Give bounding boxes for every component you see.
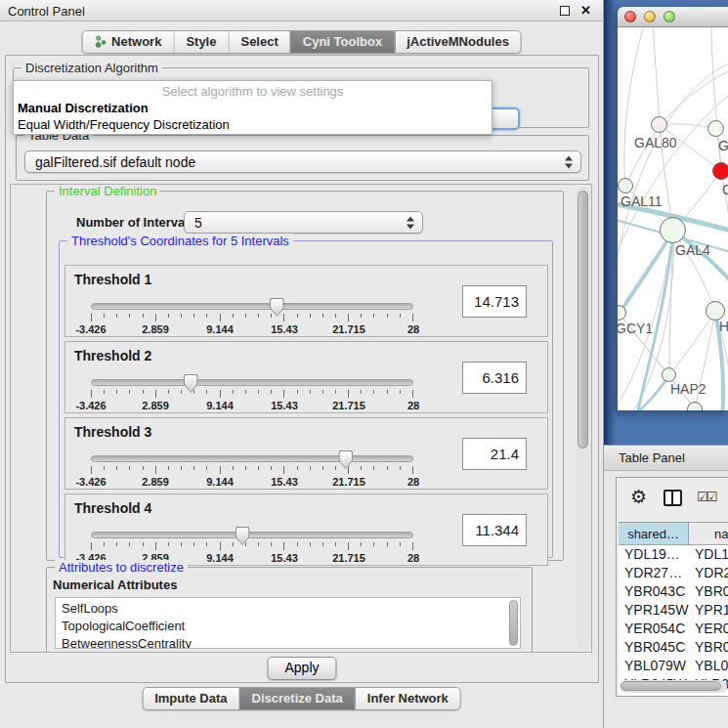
table-row[interactable]: YER054CYER0	[619, 620, 728, 638]
tab-impute-data[interactable]: Impute Data	[143, 688, 238, 709]
cell[interactable]: YBR045C	[619, 638, 689, 657]
control-panel: Control Panel ✕ Network Style Select Cyn…	[0, 0, 604, 728]
tick-label: 9.144	[206, 400, 234, 411]
tab-label: Infer Network	[367, 691, 449, 706]
slider-track[interactable]	[91, 379, 413, 386]
node-gal11[interactable]	[618, 178, 633, 193]
attributes-list[interactable]: SelfLoops TopologicalCoefficient Between…	[55, 597, 521, 649]
table-row[interactable]: YBR045CYBR0	[619, 638, 728, 657]
threshold-value-field[interactable]: 11.344	[462, 514, 527, 546]
cell[interactable]: YPR1	[689, 601, 728, 620]
close-icon[interactable]: ✕	[580, 3, 591, 18]
float-window-icon[interactable]	[560, 6, 570, 16]
vertical-scrollbar[interactable]	[577, 187, 589, 650]
cell[interactable]: YIL0	[689, 694, 728, 696]
threshold-value-field[interactable]: 6.316	[462, 362, 527, 394]
slider-track[interactable]	[91, 455, 413, 462]
cell[interactable]: YBR043C	[619, 582, 689, 601]
tab-jactivemnodules[interactable]: jActiveMNodules	[394, 31, 521, 53]
cell[interactable]: YER054C	[619, 620, 689, 638]
cell[interactable]: YDL1	[689, 545, 728, 564]
columns-icon[interactable]	[664, 490, 682, 506]
tab-label: Network	[111, 34, 161, 49]
slider-thumb[interactable]	[184, 374, 198, 393]
table-row[interactable]: YBR043CYBR0	[619, 582, 728, 601]
node-gal80[interactable]	[651, 116, 667, 133]
table-row[interactable]: YDL19…YDL1	[619, 545, 728, 564]
node-ga[interactable]	[707, 120, 724, 137]
tab-label: Select	[240, 34, 278, 49]
dropdown-option-manual[interactable]: Manual Discretization	[18, 101, 149, 115]
node-h[interactable]	[706, 301, 725, 321]
scrollbar-thumb[interactable]	[621, 681, 721, 691]
slider-thumb[interactable]	[236, 527, 250, 545]
dropdown-option-equal-width[interactable]: Equal Width/Frequency Discretization	[18, 117, 230, 132]
tab-cyni-toolbox[interactable]: Cyni Toolbox	[290, 31, 394, 53]
select-columns-checkboxes-icon[interactable]: ☑☑	[697, 490, 715, 504]
node-label: H	[719, 319, 728, 334]
node-hap2[interactable]	[662, 367, 676, 382]
table-row[interactable]: YDR27…YDR2	[619, 564, 728, 582]
table-row[interactable]: YBL079WYBL0	[619, 657, 728, 675]
tick-label: 28	[407, 400, 419, 411]
node-label: GAL4	[675, 242, 710, 258]
table-row[interactable]: YPR145WYPR1	[619, 601, 728, 620]
threshold-coordinates-group: Threshold's Coordinates for 5 Intervals …	[59, 240, 553, 558]
tab-infer-network[interactable]: Infer Network	[355, 688, 460, 709]
threshold-slider[interactable]: -3.426 2.859 9.144 15.43 21.715 28	[91, 455, 413, 485]
slider-thumb[interactable]	[338, 450, 353, 469]
network-view-window: GAL80 GA C GAL11 GAL4 GCY1 H HAP2	[618, 7, 728, 410]
list-item[interactable]: TopologicalCoefficient	[62, 618, 520, 635]
cell[interactable]: YER0	[689, 620, 728, 638]
minimize-traffic-light-icon[interactable]	[644, 11, 656, 22]
node-gal4[interactable]	[660, 217, 686, 243]
slider-track[interactable]	[91, 532, 413, 538]
cell[interactable]: YDR2	[689, 564, 728, 582]
apply-button[interactable]: Apply	[267, 657, 336, 680]
tick-label: 15.43	[271, 476, 298, 488]
node-red-selected[interactable]	[712, 162, 728, 180]
network-canvas[interactable]: GAL80 GA C GAL11 GAL4 GCY1 H HAP2	[618, 27, 728, 410]
tab-style[interactable]: Style	[173, 31, 228, 53]
threshold-value-field[interactable]: 21.4	[462, 438, 527, 470]
zoom-traffic-light-icon[interactable]	[664, 11, 675, 22]
list-scrollbar[interactable]	[509, 600, 518, 646]
threshold-slider[interactable]: -3.426 2.859 9.144 15.43 21.715 28	[91, 379, 413, 408]
column-header-name[interactable]: na	[689, 523, 728, 544]
tab-discretize-data[interactable]: Discretize Data	[239, 688, 355, 709]
cell[interactable]: YPR145W	[619, 601, 689, 620]
node-bottom-partial[interactable]	[687, 402, 703, 410]
slider-track[interactable]	[91, 303, 413, 310]
cell[interactable]: YDR27…	[619, 564, 689, 582]
cell[interactable]: YIL052C	[619, 694, 689, 696]
tab-network[interactable]: Network	[82, 31, 173, 53]
settings-scrollpane: Interval Definition Number of Intervals …	[10, 184, 592, 653]
control-panel-tabs: Network Style Select Cyni Toolbox jActiv…	[81, 30, 522, 54]
tick-label: 28	[407, 323, 419, 335]
list-item[interactable]: SelfLoops	[62, 600, 520, 618]
slider-thumb[interactable]	[270, 298, 284, 317]
tick-label: 15.43	[271, 400, 298, 411]
close-traffic-light-icon[interactable]	[624, 11, 636, 22]
scrollbar-thumb[interactable]	[578, 191, 588, 449]
gear-icon[interactable]: ⚙	[630, 486, 647, 508]
table-data-combo[interactable]: galFiltered.sif default node	[24, 150, 581, 173]
updown-arrows-icon	[407, 216, 414, 229]
num-intervals-spinner[interactable]: 5	[184, 211, 423, 234]
cell[interactable]: YBR0	[689, 638, 728, 657]
column-header-shared-name[interactable]: shared…	[619, 523, 689, 544]
horizontal-scrollbar[interactable]	[620, 680, 727, 693]
node-table[interactable]: shared… na YDL19…YDL1 YDR27…YDR2 YBR043C…	[619, 522, 728, 696]
cell[interactable]: YBL079W	[619, 657, 689, 675]
list-item[interactable]: BetweennessCentrality	[62, 635, 520, 649]
table-row[interactable]: YIL052CYIL0	[619, 694, 728, 696]
cell[interactable]: YBR0	[689, 582, 728, 601]
tab-select[interactable]: Select	[228, 31, 289, 53]
cell[interactable]: YBL0	[689, 657, 728, 675]
threshold-slider[interactable]: -3.426 2.859 9.144 15.43 21.715 28	[91, 303, 413, 332]
num-intervals-label: Number of Intervals	[76, 215, 195, 230]
threshold-value-field[interactable]: 14.713	[462, 285, 527, 318]
threshold-slider[interactable]: -3.426 2.859 9.144 15.43 21.715 28	[91, 532, 413, 561]
interval-definition-group: Interval Definition Number of Intervals …	[46, 191, 564, 561]
cell[interactable]: YDL19…	[619, 545, 689, 564]
